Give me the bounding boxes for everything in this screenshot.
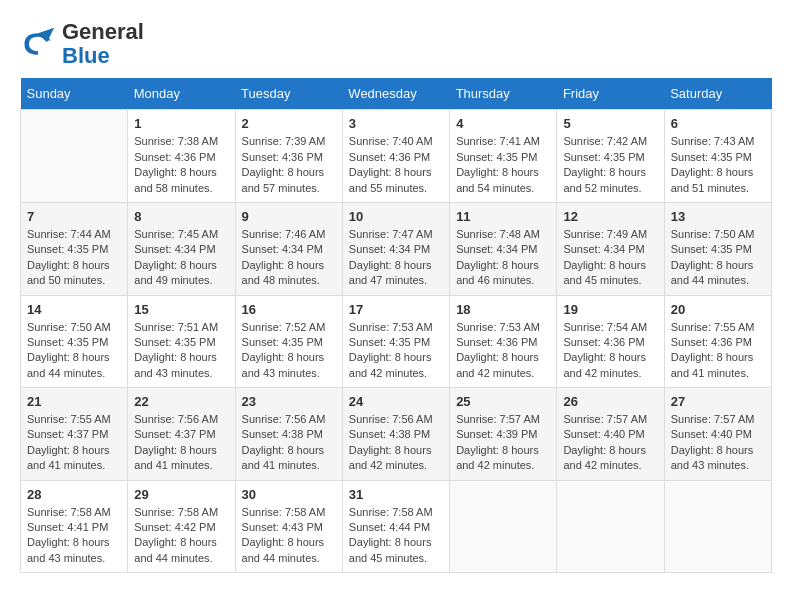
calendar-cell: 31Sunrise: 7:58 AM Sunset: 4:44 PM Dayli… <box>342 480 449 573</box>
day-number: 6 <box>671 116 765 131</box>
day-number: 13 <box>671 209 765 224</box>
day-number: 10 <box>349 209 443 224</box>
cell-sun-info: Sunrise: 7:53 AM Sunset: 4:35 PM Dayligh… <box>349 320 443 382</box>
calendar-cell: 12Sunrise: 7:49 AM Sunset: 4:34 PM Dayli… <box>557 202 664 295</box>
calendar-cell: 17Sunrise: 7:53 AM Sunset: 4:35 PM Dayli… <box>342 295 449 388</box>
day-number: 2 <box>242 116 336 131</box>
calendar-cell: 20Sunrise: 7:55 AM Sunset: 4:36 PM Dayli… <box>664 295 771 388</box>
calendar-cell: 7Sunrise: 7:44 AM Sunset: 4:35 PM Daylig… <box>21 202 128 295</box>
calendar-cell: 26Sunrise: 7:57 AM Sunset: 4:40 PM Dayli… <box>557 388 664 481</box>
calendar-cell: 23Sunrise: 7:56 AM Sunset: 4:38 PM Dayli… <box>235 388 342 481</box>
day-number: 16 <box>242 302 336 317</box>
calendar-cell: 5Sunrise: 7:42 AM Sunset: 4:35 PM Daylig… <box>557 110 664 203</box>
page-header: General Blue <box>20 20 772 68</box>
cell-sun-info: Sunrise: 7:58 AM Sunset: 4:44 PM Dayligh… <box>349 505 443 567</box>
day-number: 17 <box>349 302 443 317</box>
cell-sun-info: Sunrise: 7:56 AM Sunset: 4:37 PM Dayligh… <box>134 412 228 474</box>
header-sunday: Sunday <box>21 78 128 110</box>
cell-sun-info: Sunrise: 7:43 AM Sunset: 4:35 PM Dayligh… <box>671 134 765 196</box>
cell-sun-info: Sunrise: 7:57 AM Sunset: 4:40 PM Dayligh… <box>671 412 765 474</box>
cell-sun-info: Sunrise: 7:40 AM Sunset: 4:36 PM Dayligh… <box>349 134 443 196</box>
logo: General Blue <box>20 20 144 68</box>
day-number: 19 <box>563 302 657 317</box>
cell-sun-info: Sunrise: 7:56 AM Sunset: 4:38 PM Dayligh… <box>349 412 443 474</box>
day-number: 5 <box>563 116 657 131</box>
header-wednesday: Wednesday <box>342 78 449 110</box>
day-number: 20 <box>671 302 765 317</box>
day-number: 31 <box>349 487 443 502</box>
calendar-cell <box>21 110 128 203</box>
cell-sun-info: Sunrise: 7:58 AM Sunset: 4:41 PM Dayligh… <box>27 505 121 567</box>
calendar-cell: 25Sunrise: 7:57 AM Sunset: 4:39 PM Dayli… <box>450 388 557 481</box>
cell-sun-info: Sunrise: 7:42 AM Sunset: 4:35 PM Dayligh… <box>563 134 657 196</box>
cell-sun-info: Sunrise: 7:55 AM Sunset: 4:36 PM Dayligh… <box>671 320 765 382</box>
cell-sun-info: Sunrise: 7:58 AM Sunset: 4:43 PM Dayligh… <box>242 505 336 567</box>
calendar-cell <box>557 480 664 573</box>
calendar-cell: 9Sunrise: 7:46 AM Sunset: 4:34 PM Daylig… <box>235 202 342 295</box>
calendar-cell <box>450 480 557 573</box>
calendar-cell: 19Sunrise: 7:54 AM Sunset: 4:36 PM Dayli… <box>557 295 664 388</box>
calendar-cell: 16Sunrise: 7:52 AM Sunset: 4:35 PM Dayli… <box>235 295 342 388</box>
calendar-cell: 15Sunrise: 7:51 AM Sunset: 4:35 PM Dayli… <box>128 295 235 388</box>
cell-sun-info: Sunrise: 7:54 AM Sunset: 4:36 PM Dayligh… <box>563 320 657 382</box>
day-number: 12 <box>563 209 657 224</box>
day-number: 24 <box>349 394 443 409</box>
cell-sun-info: Sunrise: 7:56 AM Sunset: 4:38 PM Dayligh… <box>242 412 336 474</box>
calendar-cell: 18Sunrise: 7:53 AM Sunset: 4:36 PM Dayli… <box>450 295 557 388</box>
cell-sun-info: Sunrise: 7:57 AM Sunset: 4:39 PM Dayligh… <box>456 412 550 474</box>
calendar-cell: 29Sunrise: 7:58 AM Sunset: 4:42 PM Dayli… <box>128 480 235 573</box>
header-saturday: Saturday <box>664 78 771 110</box>
calendar-cell: 30Sunrise: 7:58 AM Sunset: 4:43 PM Dayli… <box>235 480 342 573</box>
cell-sun-info: Sunrise: 7:41 AM Sunset: 4:35 PM Dayligh… <box>456 134 550 196</box>
header-monday: Monday <box>128 78 235 110</box>
calendar-cell <box>664 480 771 573</box>
header-thursday: Thursday <box>450 78 557 110</box>
day-number: 8 <box>134 209 228 224</box>
day-number: 21 <box>27 394 121 409</box>
calendar-cell: 2Sunrise: 7:39 AM Sunset: 4:36 PM Daylig… <box>235 110 342 203</box>
calendar-cell: 4Sunrise: 7:41 AM Sunset: 4:35 PM Daylig… <box>450 110 557 203</box>
cell-sun-info: Sunrise: 7:55 AM Sunset: 4:37 PM Dayligh… <box>27 412 121 474</box>
cell-sun-info: Sunrise: 7:44 AM Sunset: 4:35 PM Dayligh… <box>27 227 121 289</box>
calendar-cell: 10Sunrise: 7:47 AM Sunset: 4:34 PM Dayli… <box>342 202 449 295</box>
cell-sun-info: Sunrise: 7:52 AM Sunset: 4:35 PM Dayligh… <box>242 320 336 382</box>
calendar-week-2: 7Sunrise: 7:44 AM Sunset: 4:35 PM Daylig… <box>21 202 772 295</box>
calendar-week-4: 21Sunrise: 7:55 AM Sunset: 4:37 PM Dayli… <box>21 388 772 481</box>
day-number: 30 <box>242 487 336 502</box>
cell-sun-info: Sunrise: 7:38 AM Sunset: 4:36 PM Dayligh… <box>134 134 228 196</box>
calendar-header-row: SundayMondayTuesdayWednesdayThursdayFrid… <box>21 78 772 110</box>
day-number: 3 <box>349 116 443 131</box>
calendar-cell: 13Sunrise: 7:50 AM Sunset: 4:35 PM Dayli… <box>664 202 771 295</box>
day-number: 15 <box>134 302 228 317</box>
cell-sun-info: Sunrise: 7:48 AM Sunset: 4:34 PM Dayligh… <box>456 227 550 289</box>
day-number: 4 <box>456 116 550 131</box>
logo-icon <box>20 26 56 62</box>
day-number: 11 <box>456 209 550 224</box>
logo-text: General Blue <box>62 20 144 68</box>
calendar-week-3: 14Sunrise: 7:50 AM Sunset: 4:35 PM Dayli… <box>21 295 772 388</box>
calendar-cell: 28Sunrise: 7:58 AM Sunset: 4:41 PM Dayli… <box>21 480 128 573</box>
cell-sun-info: Sunrise: 7:49 AM Sunset: 4:34 PM Dayligh… <box>563 227 657 289</box>
day-number: 25 <box>456 394 550 409</box>
calendar-cell: 6Sunrise: 7:43 AM Sunset: 4:35 PM Daylig… <box>664 110 771 203</box>
day-number: 26 <box>563 394 657 409</box>
calendar-table: SundayMondayTuesdayWednesdayThursdayFrid… <box>20 78 772 573</box>
calendar-cell: 14Sunrise: 7:50 AM Sunset: 4:35 PM Dayli… <box>21 295 128 388</box>
cell-sun-info: Sunrise: 7:50 AM Sunset: 4:35 PM Dayligh… <box>27 320 121 382</box>
header-friday: Friday <box>557 78 664 110</box>
cell-sun-info: Sunrise: 7:58 AM Sunset: 4:42 PM Dayligh… <box>134 505 228 567</box>
calendar-week-5: 28Sunrise: 7:58 AM Sunset: 4:41 PM Dayli… <box>21 480 772 573</box>
calendar-cell: 8Sunrise: 7:45 AM Sunset: 4:34 PM Daylig… <box>128 202 235 295</box>
day-number: 27 <box>671 394 765 409</box>
cell-sun-info: Sunrise: 7:57 AM Sunset: 4:40 PM Dayligh… <box>563 412 657 474</box>
day-number: 7 <box>27 209 121 224</box>
day-number: 18 <box>456 302 550 317</box>
cell-sun-info: Sunrise: 7:46 AM Sunset: 4:34 PM Dayligh… <box>242 227 336 289</box>
day-number: 14 <box>27 302 121 317</box>
calendar-cell: 24Sunrise: 7:56 AM Sunset: 4:38 PM Dayli… <box>342 388 449 481</box>
day-number: 23 <box>242 394 336 409</box>
calendar-cell: 27Sunrise: 7:57 AM Sunset: 4:40 PM Dayli… <box>664 388 771 481</box>
calendar-cell: 11Sunrise: 7:48 AM Sunset: 4:34 PM Dayli… <box>450 202 557 295</box>
cell-sun-info: Sunrise: 7:45 AM Sunset: 4:34 PM Dayligh… <box>134 227 228 289</box>
header-tuesday: Tuesday <box>235 78 342 110</box>
